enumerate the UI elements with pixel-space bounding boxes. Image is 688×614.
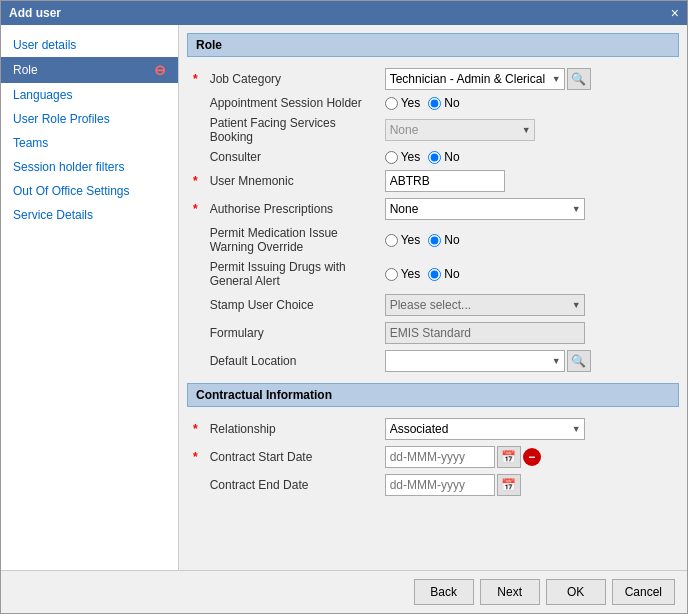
relationship-select-wrapper: Associated Partner Employee <box>385 418 585 440</box>
content-area: User details Role ⊖ Languages User Role … <box>1 25 687 570</box>
permit-issuing-no-label[interactable]: No <box>428 267 459 281</box>
appointment-session-row: Appointment Session Holder Yes No <box>187 93 679 113</box>
permit-issuing-yes-radio[interactable] <box>385 268 398 281</box>
permit-medication-label: Permit Medication Issue Warning Override <box>204 223 379 257</box>
ok-button[interactable]: OK <box>546 579 606 605</box>
authorise-prescriptions-cell: None Yes No <box>379 195 679 223</box>
sidebar-item-label: Out Of Office Settings <box>13 184 130 198</box>
next-button[interactable]: Next <box>480 579 540 605</box>
formulary-label: Formulary <box>204 319 379 347</box>
remove-icon: − <box>528 450 535 464</box>
contract-end-label: Contract End Date <box>204 471 379 499</box>
default-location-input-group: 🔍 <box>385 350 673 372</box>
relationship-cell: Associated Partner Employee <box>379 415 679 443</box>
formulary-row: Formulary <box>187 319 679 347</box>
consulter-no-radio[interactable] <box>428 151 441 164</box>
user-mnemonic-input[interactable] <box>385 170 505 192</box>
consulter-radio-group: Yes No <box>385 150 673 164</box>
stamp-user-choice-select[interactable]: Please select... <box>385 294 585 316</box>
permit-medication-yes-radio[interactable] <box>385 234 398 247</box>
consulter-yes-radio[interactable] <box>385 151 398 164</box>
sidebar-item-session-holder-filters[interactable]: Session holder filters <box>1 155 178 179</box>
authorise-prescriptions-label: Authorise Prescriptions <box>204 195 379 223</box>
appointment-session-no-label[interactable]: No <box>428 96 459 110</box>
sidebar-item-out-of-office-settings[interactable]: Out Of Office Settings <box>1 179 178 203</box>
consulter-no-label[interactable]: No <box>428 150 459 164</box>
appointment-session-label: Appointment Session Holder <box>204 93 379 113</box>
authorise-prescriptions-required: * <box>187 195 204 223</box>
contractual-form-table: * Relationship Associated Partner Employ… <box>187 415 679 499</box>
sidebar-item-label: Service Details <box>13 208 93 222</box>
sidebar-item-role[interactable]: Role ⊖ <box>1 57 178 83</box>
calendar-icon: 📅 <box>501 450 516 464</box>
sidebar-item-languages[interactable]: Languages <box>1 83 178 107</box>
authorise-prescriptions-select-wrapper: None Yes No <box>385 198 585 220</box>
default-location-select[interactable] <box>385 350 565 372</box>
contract-end-input-group: 📅 <box>385 474 673 496</box>
default-location-select-wrapper <box>385 350 565 372</box>
patient-facing-select-wrapper: None <box>385 119 535 141</box>
contractual-section-header: Contractual Information <box>187 383 679 407</box>
contract-end-row: Contract End Date 📅 <box>187 471 679 499</box>
sidebar-item-user-role-profiles[interactable]: User Role Profiles <box>1 107 178 131</box>
permit-medication-no-label[interactable]: No <box>428 233 459 247</box>
cancel-button[interactable]: Cancel <box>612 579 675 605</box>
stamp-user-choice-select-wrapper: Please select... <box>385 294 585 316</box>
permit-medication-no-radio[interactable] <box>428 234 441 247</box>
window-title: Add user <box>9 6 61 20</box>
appointment-session-no-radio[interactable] <box>428 97 441 110</box>
role-form-table: * Job Category Technician - Admin & Cler… <box>187 65 679 375</box>
consulter-row: Consulter Yes No <box>187 147 679 167</box>
relationship-row: * Relationship Associated Partner Employ… <box>187 415 679 443</box>
appointment-session-yes-label[interactable]: Yes <box>385 96 421 110</box>
contract-start-input-group: 📅 − <box>385 446 673 468</box>
relationship-select[interactable]: Associated Partner Employee <box>385 418 585 440</box>
contract-start-required: * <box>187 443 204 471</box>
role-section-header: Role <box>187 33 679 57</box>
job-category-cell: Technician - Admin & Clerical Doctor Nur… <box>379 65 679 93</box>
consulter-yes-label[interactable]: Yes <box>385 150 421 164</box>
sidebar-item-user-details[interactable]: User details <box>1 33 178 57</box>
sidebar-item-teams[interactable]: Teams <box>1 131 178 155</box>
permit-medication-row: Permit Medication Issue Warning Override… <box>187 223 679 257</box>
sidebar-item-label: Teams <box>13 136 48 150</box>
permit-issuing-row: Permit Issuing Drugs with General Alert … <box>187 257 679 291</box>
remove-role-icon[interactable]: ⊖ <box>154 62 166 78</box>
sidebar-item-service-details[interactable]: Service Details <box>1 203 178 227</box>
default-location-search-button[interactable]: 🔍 <box>567 350 591 372</box>
permit-medication-yes-label[interactable]: Yes <box>385 233 421 247</box>
sidebar-item-label: Session holder filters <box>13 160 124 174</box>
contract-end-calendar-button[interactable]: 📅 <box>497 474 521 496</box>
job-category-select[interactable]: Technician - Admin & Clerical Doctor Nur… <box>385 68 565 90</box>
job-category-search-button[interactable]: 🔍 <box>567 68 591 90</box>
relationship-label: Relationship <box>204 415 379 443</box>
search-icon: 🔍 <box>571 354 586 368</box>
authorise-prescriptions-select[interactable]: None Yes No <box>385 198 585 220</box>
contract-start-calendar-button[interactable]: 📅 <box>497 446 521 468</box>
permit-medication-radio-group: Yes No <box>385 233 673 247</box>
user-mnemonic-cell <box>379 167 679 195</box>
permit-issuing-no-radio[interactable] <box>428 268 441 281</box>
stamp-user-choice-label: Stamp User Choice <box>204 291 379 319</box>
consulter-cell: Yes No <box>379 147 679 167</box>
job-category-select-wrapper: Technician - Admin & Clerical Doctor Nur… <box>385 68 565 90</box>
contract-end-cell: 📅 <box>379 471 679 499</box>
close-window-button[interactable]: × <box>671 5 679 21</box>
contract-start-cell: 📅 − <box>379 443 679 471</box>
permit-issuing-yes-label[interactable]: Yes <box>385 267 421 281</box>
contract-end-input[interactable] <box>385 474 495 496</box>
user-mnemonic-row: * User Mnemonic <box>187 167 679 195</box>
search-icon: 🔍 <box>571 72 586 86</box>
stamp-user-choice-cell: Please select... <box>379 291 679 319</box>
patient-facing-cell: None <box>379 113 679 147</box>
user-mnemonic-required: * <box>187 167 204 195</box>
user-mnemonic-label: User Mnemonic <box>204 167 379 195</box>
contract-start-row: * Contract Start Date 📅 − <box>187 443 679 471</box>
formulary-input <box>385 322 585 344</box>
appointment-session-cell: Yes No <box>379 93 679 113</box>
back-button[interactable]: Back <box>414 579 474 605</box>
appointment-session-yes-radio[interactable] <box>385 97 398 110</box>
contract-start-input[interactable] <box>385 446 495 468</box>
contract-start-remove-button[interactable]: − <box>523 448 541 466</box>
permit-issuing-cell: Yes No <box>379 257 679 291</box>
